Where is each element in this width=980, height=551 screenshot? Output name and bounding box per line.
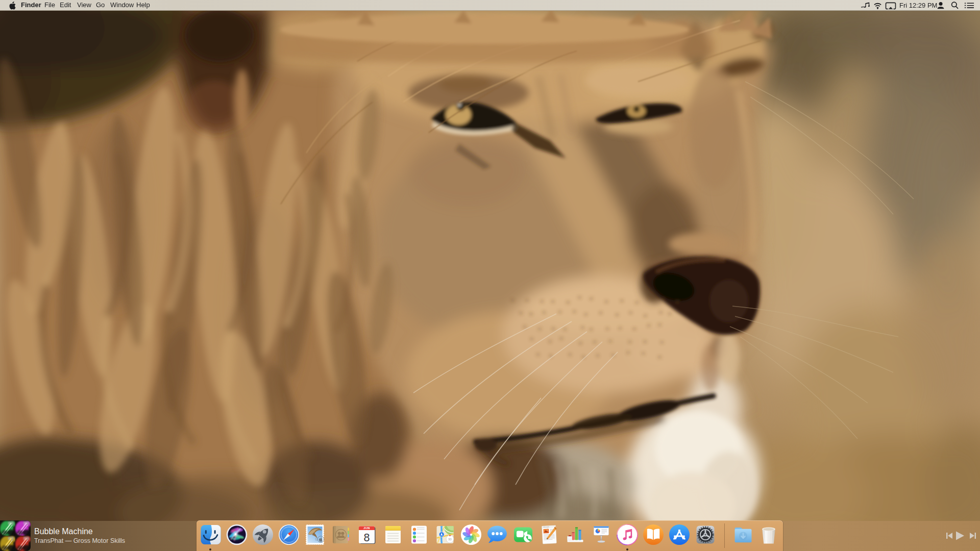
svg-text:8: 8 [363,532,370,544]
svg-text:JUN: JUN [363,527,370,530]
svg-text:Fri 12:29 PM: Fri 12:29 PM [899,2,937,9]
svg-text:3D: 3D [448,538,452,541]
svg-text:PAGES: PAGES [543,526,549,529]
